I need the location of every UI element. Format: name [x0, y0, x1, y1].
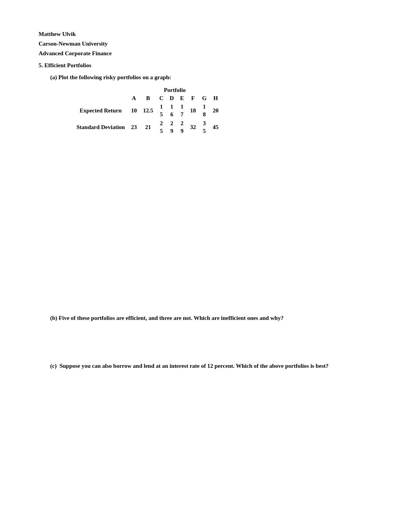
part-b: (b) Five of these portfolios are efficie… — [50, 313, 371, 323]
col-d: D — [167, 94, 177, 102]
std-dev-label: Standard Deviation — [73, 119, 128, 136]
col-e: E — [177, 94, 187, 102]
col-g: G — [199, 94, 210, 102]
col-c: C — [156, 94, 167, 102]
sd-d-value: 2 9 — [170, 120, 173, 135]
er-d-value: 1 6 — [170, 103, 173, 118]
sd-b: 21 — [140, 119, 156, 136]
er-b: 12.5 — [140, 102, 156, 119]
er-g-value: 1 8 — [203, 103, 206, 118]
col-b: B — [140, 94, 156, 102]
er-g: 1 8 — [199, 102, 210, 119]
portfolio-header: Portfolio — [128, 86, 222, 94]
author-name: Matthew Ulvik — [39, 31, 371, 37]
std-dev-row: Standard Deviation 23 21 2 5 2 9 — [73, 119, 222, 136]
er-f: 18 — [187, 102, 199, 119]
col-h: H — [210, 94, 222, 102]
er-a: 10 — [128, 102, 140, 119]
col-a: A — [128, 94, 140, 102]
part-a-label: (a) Plot the following risky portfolios … — [50, 74, 371, 81]
sd-h: 45 — [210, 119, 222, 136]
expected-return-row: Expected Return 10 12.5 1 5 1 6 — [73, 102, 222, 119]
col-f: F — [187, 94, 199, 102]
er-h: 20 — [210, 102, 222, 119]
er-c: 1 5 — [156, 102, 167, 119]
expected-return-label: Expected Return — [73, 102, 128, 119]
er-e-value: 1 7 — [181, 103, 184, 118]
section-title: 5. Efficient Portfolios — [39, 62, 371, 69]
university: Carson-Newman University — [39, 41, 371, 47]
sd-d: 2 9 — [167, 119, 177, 136]
er-c-value: 1 5 — [160, 103, 163, 118]
sd-a: 23 — [128, 119, 140, 136]
sd-c: 2 5 — [156, 119, 167, 136]
sd-e-value: 2 9 — [181, 120, 184, 135]
sd-g-value: 3 5 — [203, 120, 206, 135]
sd-g: 3 5 — [199, 119, 210, 136]
er-d: 1 6 — [167, 102, 177, 119]
sd-e: 2 9 — [177, 119, 187, 136]
course-title: Advanced Corporate Finance — [39, 50, 371, 57]
part-c: (c) Suppose you can also borrow and lend… — [50, 361, 371, 371]
sd-c-value: 2 5 — [160, 120, 163, 135]
er-e: 1 7 — [177, 102, 187, 119]
sd-f: 32 — [187, 119, 199, 136]
